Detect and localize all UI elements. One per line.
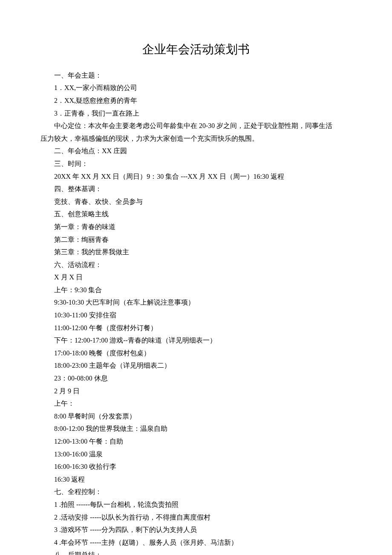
document-title: 企业年会活动策划书 (40, 38, 352, 61)
body-line: 20XX 年 XX 月 XX 日（周日）9：30 集合 ---XX 月 XX 日… (40, 170, 352, 183)
body-line: 16:30 返程 (40, 473, 352, 486)
body-line: 2．XX,疑惑愈挫愈勇的青年 (40, 94, 352, 107)
body-line: 2 月 9 日 (40, 385, 352, 398)
body-line: 五、创意策略主线 (40, 208, 352, 221)
body-line: 八、后期总结： (40, 549, 352, 555)
body-line: X 月 X 日 (40, 271, 352, 284)
body-line: 1 .拍照 ------每队一台相机，轮流负责拍照 (40, 498, 352, 511)
body-line: 中心定位：本次年会主要老考虑公司年龄集中在 20-30 岁之间，正处于职业塑性期… (40, 119, 352, 132)
body-line: 12:00-13:00 午餐：自助 (40, 435, 352, 448)
body-line: 上午：9:30 集合 (40, 284, 352, 296)
body-line: 一、年会主题： (40, 69, 352, 82)
body-line: 13:00-16:00 温泉 (40, 448, 352, 461)
body-line: 18:00-23:00 主题年会（详见明细表二） (40, 359, 352, 372)
body-line: 8:00-12:00 我的世界我做主：温泉自助 (40, 422, 352, 435)
body-line: 二、年会地点：XX 庄园 (40, 145, 352, 157)
body-line: 11:00-12:00 午餐（度假村外订餐） (40, 322, 352, 334)
body-line: 压力较大，幸福感偏低的现状，力求为大家创造一个充实而快乐的氛围。 (40, 132, 352, 145)
body-line: 四、整体基调： (40, 183, 352, 195)
body-line: 竞技、青春、欢快、全员参与 (40, 195, 352, 208)
body-line: 三、时间： (40, 157, 352, 170)
body-line: 下午：12:00-17:00 游戏--青春的味道（详见明细表一） (40, 334, 352, 347)
document-body: 一、年会主题：1．XX,一家小而精致的公司2．XX,疑惑愈挫愈勇的青年3．正青春… (40, 69, 352, 555)
body-line: 2 .活动安排 -----以队长为首行动，不得擅自离度假村 (40, 511, 352, 524)
body-line: 3．正青春，我们一直在路上 (40, 107, 352, 120)
body-line: 六、活动流程： (40, 259, 352, 271)
body-line: 第一章：青春的味道 (40, 221, 352, 233)
body-line: 4 .年会环节 -----主持（赵璐）、服务人员（张月婷、马洁新） (40, 536, 352, 549)
body-line: 七、全程控制： (40, 485, 352, 498)
body-line: 第二章：绚丽青春 (40, 233, 352, 246)
body-line: 23：00-08:00 休息 (40, 372, 352, 385)
body-line: 10:30-11:00 安排住宿 (40, 309, 352, 322)
body-line: 上午： (40, 397, 352, 410)
body-line: 17:00-18:00 晚餐（度假村包桌） (40, 347, 352, 360)
body-line: 3 .游戏环节 -----分为四队，剩下的认为支持人员 (40, 523, 352, 536)
body-line: 16:00-16:30 收拾行李 (40, 460, 352, 473)
body-line: 第三章：我的世界我做主 (40, 246, 352, 259)
body-line: 1．XX,一家小而精致的公司 (40, 81, 352, 94)
body-line: 8:00 早餐时间（分发套票） (40, 410, 352, 423)
body-line: 9:30-10:30 大巴车时间（在车上解说注意事项） (40, 296, 352, 309)
